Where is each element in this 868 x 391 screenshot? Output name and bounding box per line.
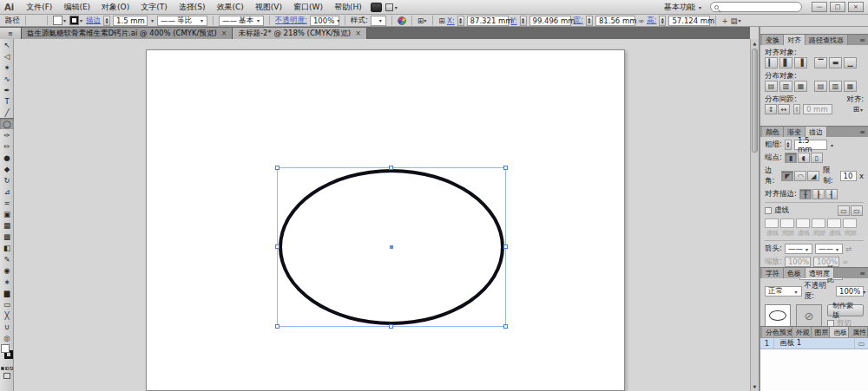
align-right-button[interactable]: ▐ <box>794 57 807 68</box>
y-label[interactable]: Y: <box>511 16 517 25</box>
eyedropper-tool[interactable]: ✎ <box>0 253 14 264</box>
weight-dropdown-icon[interactable]: ▾ <box>830 142 834 148</box>
magic-wand-tool[interactable]: ✶ <box>0 62 14 73</box>
opacity-field[interactable]: 100%▾ <box>836 286 864 297</box>
panel-menu-icon[interactable]: ≡ <box>859 36 865 44</box>
cs-live-icon[interactable] <box>371 3 382 12</box>
dash-input[interactable] <box>765 218 779 228</box>
distribute-right-button[interactable]: ▦ <box>844 81 857 92</box>
blend-mode-dropdown[interactable]: 正常▾ <box>765 286 802 297</box>
opacity-panel-link[interactable]: 不透明度: <box>275 16 307 26</box>
fill-color-picker[interactable]: ▾ <box>53 16 67 25</box>
scroll-up-icon[interactable]: ▲ <box>751 39 759 48</box>
align-top-button[interactable]: ▔ <box>814 57 827 68</box>
brush-definition-dropdown[interactable]: ——基本▾ <box>219 16 264 26</box>
join-bevel-button[interactable]: ◢ <box>807 171 819 181</box>
tab-transparency[interactable]: 透明度 <box>806 268 834 278</box>
arrange-documents-icon[interactable]: ▾ <box>385 3 398 11</box>
opacity-field[interactable]: 100%▾ <box>310 16 339 26</box>
align-vcenter-button[interactable]: ▬ <box>829 57 842 68</box>
drawing-mode-icon[interactable] <box>3 373 10 379</box>
rotate-tool[interactable]: ↻ <box>0 174 14 186</box>
document-tab-active[interactable]: 未标题-2* @ 218% (CMYK/预览) × <box>233 28 366 39</box>
align-stroke-outside-button[interactable]: ┨ <box>825 189 838 199</box>
tab-pathfinder[interactable]: 路径查找器 <box>806 35 848 45</box>
cap-butt-button[interactable]: ▮ <box>785 153 797 163</box>
align-left-button[interactable]: ▎ <box>765 57 778 68</box>
vertical-space-button[interactable]: ↕ <box>765 104 777 114</box>
lasso-tool[interactable]: ∿ <box>0 73 14 84</box>
width-field[interactable]: 81.56 mm <box>595 16 635 26</box>
align-hcenter-button[interactable]: ▋ <box>779 57 792 68</box>
selection-handle[interactable] <box>503 324 508 329</box>
height-label[interactable]: 高: <box>647 16 656 26</box>
menu-view[interactable]: 视图(V) <box>250 1 287 14</box>
width-label[interactable]: 宽: <box>574 16 583 26</box>
tools-panel-header[interactable]: ≡ <box>0 28 22 39</box>
distribute-top-button[interactable]: ▤ <box>765 81 778 92</box>
arrow-start-dropdown[interactable]: ——▾ <box>785 244 812 254</box>
selection-handle[interactable] <box>275 166 279 170</box>
tab-character[interactable]: 字符 <box>762 268 784 278</box>
tab-separation-preview[interactable]: 分色预览 <box>762 327 792 337</box>
canvas-area[interactable] <box>14 39 750 391</box>
object-thumbnail[interactable] <box>765 304 791 327</box>
gap-input[interactable] <box>843 218 857 228</box>
align-to-dropdown[interactable]: ⊞▾ <box>853 105 864 114</box>
weight-field[interactable]: 1.5 mm <box>794 140 827 150</box>
pencil-tool[interactable]: ✏ <box>0 140 14 152</box>
selection-handle[interactable] <box>275 244 279 249</box>
align-stroke-center-button[interactable]: ╂ <box>799 189 812 199</box>
menu-type[interactable]: 文字(T) <box>135 1 173 14</box>
stroke-weight-stepper[interactable]: ▲▼ <box>103 16 110 26</box>
x-field[interactable]: 87.321 mm <box>467 16 509 26</box>
align-bottom-button[interactable]: ▁ <box>844 57 857 68</box>
gradient-tool[interactable]: ◧ <box>0 242 14 253</box>
cap-projecting-button[interactable]: ▯ <box>811 153 823 163</box>
hand-tool[interactable]: ∪ <box>0 321 14 332</box>
x-label[interactable]: X: <box>447 16 455 25</box>
tab-swatches[interactable]: 色板 <box>784 268 806 278</box>
selection-bounding-box[interactable] <box>277 167 506 327</box>
workspace-switcher[interactable]: 基本功能▾ <box>664 2 702 13</box>
tab-artboards[interactable]: 画板 <box>830 327 849 337</box>
blend-tool[interactable]: ◉ <box>0 264 14 276</box>
artboard-icon[interactable]: ▭ <box>854 338 868 349</box>
stroke-weight-dropdown-icon[interactable]: ▾ <box>150 17 155 23</box>
vertical-scrollbar[interactable]: ▲ ▼ <box>750 39 759 391</box>
dashed-line-checkbox[interactable] <box>765 207 772 214</box>
constrain-proportions-icon[interactable]: ∞ <box>638 16 644 25</box>
close-tab-icon[interactable]: × <box>221 29 227 37</box>
height-stepper[interactable]: ▲▼ <box>659 16 666 26</box>
menu-help[interactable]: 帮助(H) <box>329 1 367 14</box>
zoom-tool[interactable]: ◎ <box>0 332 14 343</box>
scroll-down-icon[interactable]: ▼ <box>751 382 759 391</box>
dash-input[interactable] <box>827 218 841 228</box>
slice-tool[interactable]: ╳ <box>0 310 14 321</box>
type-tool[interactable]: T <box>0 95 14 107</box>
minimize-button[interactable]: — <box>812 2 827 12</box>
style-dropdown[interactable]: ▾ <box>371 16 386 26</box>
column-graph-tool[interactable]: ▆ <box>0 287 14 298</box>
stroke-color-picker[interactable]: ▾ <box>69 16 83 25</box>
color-mode-icon[interactable] <box>1 367 4 370</box>
free-transform-icon[interactable]: + <box>721 16 727 25</box>
menu-edit[interactable]: 编辑(E) <box>58 1 95 14</box>
distribute-left-button[interactable]: ▤ <box>814 81 827 92</box>
none-mode-icon[interactable] <box>10 367 13 370</box>
more-options-icon[interactable]: ▤▾ <box>731 16 742 25</box>
mask-thumbnail[interactable]: ⊘ <box>796 304 822 327</box>
line-segment-tool[interactable]: ╱ <box>0 107 14 118</box>
tab-color[interactable]: 颜色 <box>762 127 784 137</box>
fill-stroke-swatches[interactable] <box>0 344 14 365</box>
y-field[interactable]: 99.496 mm <box>529 16 571 26</box>
tab-align[interactable]: 对齐 <box>784 35 806 45</box>
menu-object[interactable]: 对象(O) <box>96 1 135 14</box>
perspective-grid-tool[interactable]: ▦ <box>0 219 14 231</box>
selection-tool[interactable]: ↖ <box>0 39 14 50</box>
y-stepper[interactable]: ▲▼ <box>520 16 527 26</box>
menu-window[interactable]: 窗口(W) <box>288 1 328 14</box>
close-tab-icon[interactable]: × <box>355 29 361 37</box>
panel-menu-icon[interactable]: ≡ <box>859 270 865 277</box>
selection-handle[interactable] <box>503 244 508 249</box>
